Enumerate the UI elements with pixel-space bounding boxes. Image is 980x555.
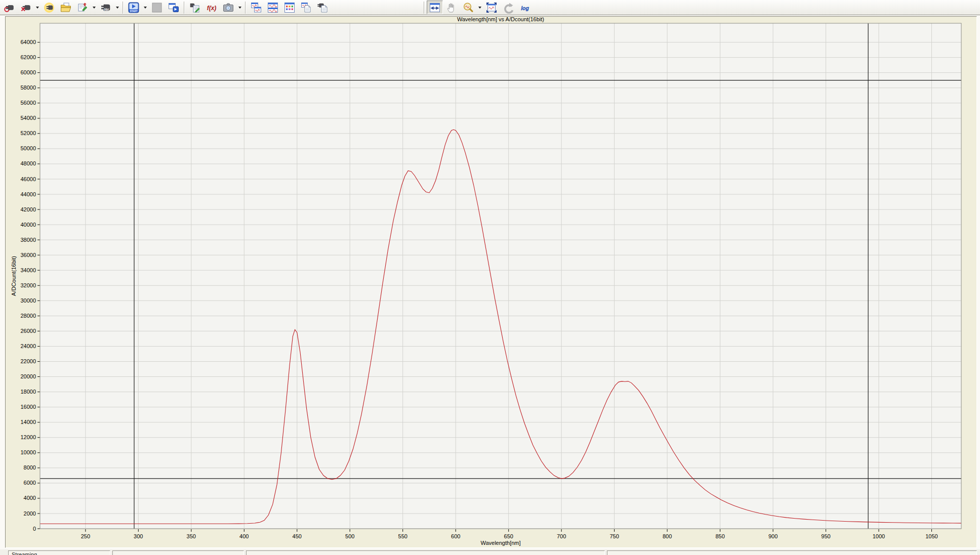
undo-button[interactable]	[500, 1, 516, 14]
toolbar-separator	[123, 2, 124, 14]
start-measure-icon: START	[128, 2, 140, 14]
undo-arrow-icon	[502, 2, 514, 14]
y-tick-label: 26000	[20, 328, 36, 334]
status-panel-3	[246, 550, 605, 555]
log-scale-button[interactable]: log	[517, 1, 533, 14]
edit-notes-icon	[189, 2, 201, 14]
zoom-button[interactable]	[460, 1, 476, 14]
status-bar: Streaming	[0, 549, 980, 555]
measurement-settings-button[interactable]	[74, 1, 91, 14]
connect-options-dropdown[interactable]	[34, 1, 40, 14]
copy-data-icon	[317, 2, 329, 14]
spectrum-chart-panel: 0200040006000800010000120001400016000180…	[5, 16, 977, 548]
chevron-down-icon	[93, 7, 96, 9]
toolbar-separator	[245, 2, 246, 14]
chevron-down-icon	[238, 7, 241, 9]
y-tick-label: 2000	[24, 510, 36, 517]
overlay-graphs-icon	[250, 2, 262, 14]
version-info-button[interactable]: Ver.	[98, 1, 114, 14]
y-tick-label: 4000	[24, 495, 36, 501]
x-tick-label: 550	[398, 533, 407, 539]
x-tick-label: 600	[451, 533, 460, 539]
y-tick-label: 32000	[20, 282, 36, 288]
status-panel-state: Streaming	[8, 550, 110, 555]
fit-horizontal-button[interactable]	[427, 1, 443, 14]
y-tick-label: 36000	[20, 252, 36, 258]
copy-data-button[interactable]	[315, 1, 331, 14]
continuous-start-button[interactable]	[166, 1, 182, 14]
y-tick-label: 22000	[20, 358, 36, 364]
x-tick-label: 650	[504, 533, 513, 539]
pan-button[interactable]	[443, 1, 460, 14]
status-text: Streaming	[12, 551, 37, 555]
color-grid-icon	[283, 2, 296, 14]
x-tick-label: 850	[715, 533, 724, 539]
start-measure-button[interactable]: START	[126, 1, 142, 14]
y-tick-label: 14000	[20, 419, 36, 425]
open-file-button[interactable]	[58, 1, 74, 14]
color-grid-button[interactable]	[281, 1, 298, 14]
y-tick-label: 30000	[20, 297, 36, 304]
svg-text:f(x): f(x)	[207, 4, 217, 11]
x-axis-label: Wavelength[nm]	[480, 540, 520, 546]
y-tick-label: 56000	[20, 100, 36, 106]
x-tick-label: 950	[821, 533, 830, 539]
x-tick-label: 500	[345, 533, 354, 539]
svg-text:START: START	[130, 10, 138, 12]
y-tick-label: 28000	[20, 313, 36, 319]
tile-graphs-icon	[267, 2, 279, 14]
x-tick-label: 800	[663, 533, 672, 539]
toolbar-separator	[184, 2, 185, 14]
y-tick-label: 58000	[20, 84, 36, 91]
zoom-dropdown[interactable]	[477, 1, 483, 14]
snapshot-button[interactable]	[220, 1, 236, 14]
copy-graph-button[interactable]	[298, 1, 314, 14]
y-tick-label: 20000	[20, 373, 36, 379]
settings-dropdown[interactable]	[91, 1, 97, 14]
disconnect-device-button[interactable]	[18, 1, 34, 14]
edit-notes-button[interactable]	[187, 1, 203, 14]
y-tick-label: 38000	[20, 237, 36, 243]
x-tick-label: 450	[293, 533, 302, 539]
stop-measure-button[interactable]	[149, 1, 165, 14]
function-button[interactable]: f(x)	[203, 1, 220, 14]
log-scale-icon: log	[519, 2, 531, 14]
spectrum-chart[interactable]: 0200040006000800010000120001400016000180…	[6, 17, 976, 547]
fit-horizontal-icon	[429, 2, 441, 14]
snapshot-dropdown[interactable]	[237, 1, 243, 14]
toolbar-separator	[424, 2, 425, 14]
x-tick-label: 900	[768, 533, 778, 539]
fit-screen-button[interactable]	[483, 1, 500, 14]
y-tick-label: 8000	[24, 464, 36, 471]
open-file-icon	[60, 2, 72, 14]
y-tick-label: 6000	[24, 480, 36, 486]
y-tick-label: 50000	[20, 145, 36, 151]
y-tick-label: 44000	[20, 191, 36, 197]
y-tick-label: 60000	[20, 69, 36, 75]
y-tick-label: 54000	[20, 115, 36, 121]
tile-graphs-button[interactable]	[265, 1, 281, 14]
overlay-graphs-button[interactable]	[248, 1, 264, 14]
zoom-magnifier-icon	[462, 2, 474, 14]
version-dropdown[interactable]	[114, 1, 120, 14]
chevron-down-icon	[478, 7, 481, 9]
x-tick-label: 1000	[873, 533, 885, 539]
y-tick-label: 0	[33, 526, 36, 532]
y-tick-label: 18000	[20, 389, 36, 395]
start-dropdown[interactable]	[142, 1, 148, 14]
y-tick-label: 48000	[20, 160, 36, 166]
connect-device-button[interactable]	[1, 1, 17, 14]
toolbar: Ver. START f(x) log	[0, 0, 980, 15]
open-device-button[interactable]	[41, 1, 57, 14]
copy-graph-icon	[300, 2, 312, 14]
y-tick-label: 10000	[20, 449, 36, 455]
y-tick-label: 42000	[20, 206, 36, 212]
svg-text:Ver.: Ver.	[104, 7, 110, 11]
y-tick-label: 64000	[20, 39, 36, 45]
measurement-settings-icon	[76, 2, 89, 14]
y-tick-label: 62000	[20, 54, 36, 60]
toolbar-spacer	[332, 7, 422, 8]
camera-icon	[222, 2, 234, 14]
pan-hand-icon	[445, 2, 458, 14]
x-tick-label: 400	[239, 533, 249, 539]
